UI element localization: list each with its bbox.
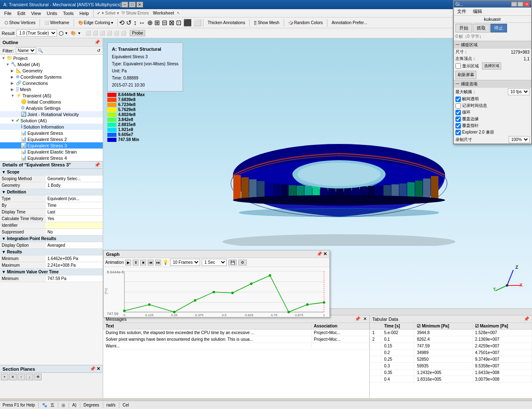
annotation-prefs-button[interactable]: Annotation Prefer... <box>329 19 370 26</box>
explorer-label[interactable]: Explorer 2.0 兼容 <box>455 129 494 135</box>
wireframe-button[interactable]: ⬜ Wireframe <box>41 19 72 26</box>
worksheet-label[interactable]: Worksheet <box>153 11 174 15</box>
tabular-row-3[interactable]: 0.2 34989 4.7501e+007 <box>370 350 532 356</box>
section-pin-icon[interactable]: 📌 <box>90 366 96 372</box>
cover-pointer-checkbox[interactable] <box>455 123 461 129</box>
msg-row-0[interactable]: During this solution, the elapsed time e… <box>103 330 369 336</box>
cover-edge-label[interactable]: 覆盖边缘 <box>455 116 479 122</box>
details-pin-icon[interactable]: 📌 <box>94 162 100 168</box>
tabular-pin-icon[interactable]: 📌 <box>524 316 530 322</box>
section-down-btn[interactable]: ↓ <box>26 374 33 380</box>
loop-label[interactable]: 循环 <box>455 109 470 115</box>
tree-item-eq-stress2[interactable]: 📊 Equivalent Stress 2 <box>0 136 103 142</box>
anim-pause-btn[interactable]: ⏸ <box>133 260 139 265</box>
tabular-row-5[interactable]: 0.3 59935 9.5358e+007 <box>370 363 532 369</box>
menu-edit[interactable]: Edit <box>15 10 28 17</box>
probe-button[interactable]: Probe <box>130 30 145 36</box>
minimize-button[interactable]: ─ <box>121 2 128 7</box>
sec-select[interactable]: 1 Sec <box>202 259 227 266</box>
tabular-scroll[interactable]: Time [s] ☑ Minimum [Pa] ☑ Maximum [Pa] 1… <box>370 323 532 398</box>
gi-menu-file[interactable]: 文件 <box>454 7 470 15</box>
filter-select[interactable]: Name <box>16 47 36 54</box>
section-remove-btn[interactable]: ✕ <box>9 374 17 380</box>
show-area-label[interactable]: 显示区域 <box>455 63 479 69</box>
msg-row-1[interactable]: Solver pivot warnings have been encounte… <box>103 336 369 343</box>
result-select[interactable]: 1.0 (True Scale) <box>16 30 57 37</box>
record-time-checkbox[interactable] <box>455 103 461 109</box>
tree-item-model[interactable]: ▼ 🔧 Model (A4) <box>0 61 103 67</box>
anim-stop-btn[interactable]: ■ <box>140 260 146 265</box>
show-mesh-button[interactable]: ⣿ Show Mesh <box>251 19 282 26</box>
messages-pin-icon[interactable]: 📌 <box>355 316 361 322</box>
result-expand[interactable]: ▾ <box>78 31 80 35</box>
section-up-btn[interactable]: ↑ <box>17 374 25 380</box>
frames-select[interactable]: 10 Frames <box>170 259 200 266</box>
gi-record-size-select[interactable]: 100% <box>509 136 530 143</box>
anim-play-btn[interactable]: ▶ <box>125 260 131 265</box>
tree-item-geometry[interactable]: ▶ 📐 Geometry <box>0 67 103 74</box>
gi-fps-select[interactable]: 10 fps <box>508 88 530 95</box>
tree-item-connections[interactable]: ▶ 🔗 Connections <box>0 80 103 86</box>
anim-prev-btn[interactable]: ⏮ <box>148 260 153 265</box>
tree-item-eq-stress1[interactable]: 📊 Equivalent Stress <box>0 130 103 136</box>
menu-file[interactable]: File <box>2 10 14 17</box>
anim-settings-btn[interactable]: ⚙ <box>238 260 247 265</box>
filter-icon[interactable]: 🔍 <box>38 48 43 53</box>
tabular-row-4[interactable]: 0.25 52850 9.3749e+007 <box>370 356 532 363</box>
transparent-label[interactable]: 帧间透明 <box>455 96 479 102</box>
outline-pin-icon[interactable]: 📌 <box>94 40 100 45</box>
tabular-row-7[interactable]: 0.4 1.8316e+005 3.0079e+008 <box>370 376 532 383</box>
menu-view[interactable]: View <box>29 10 44 17</box>
tree-item-solution[interactable]: ▼ ✔ Solution (A6) <box>0 117 103 124</box>
tabular-row-6[interactable]: 0.35 1.2432e+005 1.6433e+008 <box>370 369 532 376</box>
tree-item-sol-info[interactable]: ℹ Solution Information <box>0 124 103 130</box>
record-time-label[interactable]: 记录时间信息 <box>455 103 487 109</box>
select-area-btn[interactable]: 选择区域 <box>482 62 501 69</box>
tabular-row-1[interactable]: 2 0.1 8262.4 2.1369e+007 <box>370 336 532 343</box>
section-eye-btn[interactable]: 👁 <box>34 374 42 380</box>
graph-close-icon[interactable]: ✕ <box>323 251 327 257</box>
tree-item-transient[interactable]: ▼ ⚡ Transient (A5) <box>0 92 103 99</box>
tree-item-coord[interactable]: ▶ ⊕ Coordinate Systems <box>0 74 103 80</box>
tree-item-initial[interactable]: 🟡 Initial Conditions <box>0 99 103 105</box>
transparent-checkbox[interactable] <box>455 97 461 102</box>
tree-item-mesh[interactable]: ▶ ⣿ Mesh <box>0 86 103 92</box>
gi-stop-btn[interactable]: 停止 <box>490 24 507 32</box>
thicken-annotations-button[interactable]: Thicken Annotations <box>205 19 248 26</box>
show-vertices-button[interactable]: ⬡ Show Vertices <box>2 19 38 26</box>
gi-close-btn[interactable]: ✕ <box>524 2 530 7</box>
gi-maximize-btn[interactable]: □ <box>517 2 523 7</box>
messages-close-icon[interactable]: ✕ <box>363 316 367 322</box>
tree-item-joint[interactable]: 🔄 Joint - Rotational Velocity <box>0 111 103 117</box>
tabular-row-2[interactable]: 0.15 747.59 2.4259e+007 <box>370 343 532 350</box>
section-add-btn[interactable]: + <box>1 374 8 380</box>
anim-export-btn[interactable]: 💾 <box>228 260 237 265</box>
gi-menu-edit[interactable]: 编辑 <box>470 7 485 15</box>
menu-units[interactable]: Units <box>44 10 59 17</box>
show-area-checkbox[interactable] <box>455 63 461 69</box>
tree-item-eq-elastic[interactable]: 📊 Equivalent Elastic Strain <box>0 149 103 155</box>
gi-start-btn[interactable]: 开始 <box>455 24 472 32</box>
loop-checkbox[interactable] <box>455 110 461 115</box>
gi-minimize-btn[interactable]: ─ <box>511 2 517 7</box>
toolbar-icons-group[interactable]: ⟲ ↺ ↕ ↔ ⊕ ⊞ ⊟ ⊠ ⊡ ⬛ ⬜ <box>119 19 202 27</box>
tree-item-project[interactable]: ▼ 📁 Project <box>0 55 103 61</box>
outline-refresh-icon[interactable]: ↺ <box>97 48 100 53</box>
tabular-row-0[interactable]: 1 5.e-002 3944.8 1.528e+007 <box>370 330 532 336</box>
explorer-checkbox[interactable] <box>455 130 461 135</box>
msg-row-2[interactable]: Warni... <box>103 343 369 350</box>
result-icon[interactable]: ⬡ <box>59 30 64 37</box>
tree-container[interactable]: ▼ 📁 Project ▼ 🔧 Model (A4) ▶ 📐 Geometry <box>0 55 103 161</box>
cover-edge-checkbox[interactable] <box>455 117 461 122</box>
graph-pin-icon[interactable]: 📌 <box>317 251 322 257</box>
maximize-button[interactable]: □ <box>129 2 136 7</box>
menu-help[interactable]: Help <box>77 10 92 17</box>
section-close-icon[interactable]: ✕ <box>97 366 100 372</box>
tree-item-analysis[interactable]: ⚙ Analysis Settings <box>0 105 103 111</box>
random-colors-button[interactable]: 🎲 Random Colors <box>285 19 326 26</box>
cover-pointer-label[interactable]: 覆盖指针 <box>455 123 479 129</box>
edge-coloring-button[interactable]: 🎨 Edge Coloring ▾ <box>75 19 116 26</box>
close-button[interactable]: ✕ <box>136 2 143 7</box>
tree-item-eq-stress4[interactable]: 📊 Equivalent Stress 4 <box>0 155 103 161</box>
result-dropdown[interactable]: ▾ <box>65 31 67 35</box>
